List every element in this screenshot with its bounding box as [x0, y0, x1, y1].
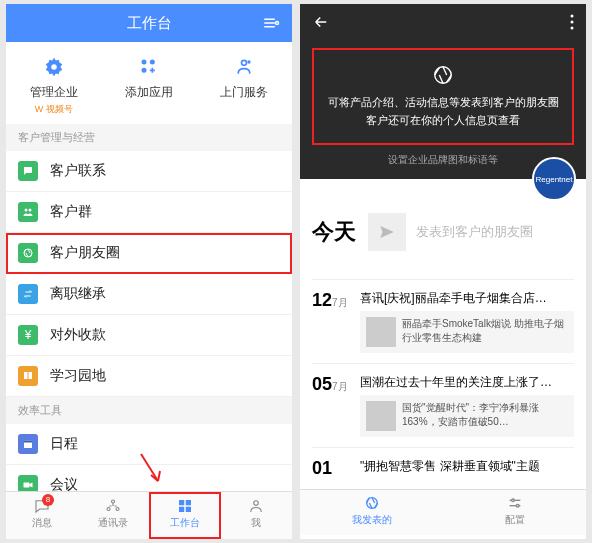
person-icon: [221, 496, 293, 516]
gear-icon: [43, 56, 65, 78]
svg-point-18: [116, 508, 119, 511]
feed-item[interactable]: 01 "拥抱智慧零售 深耕垂直领域"主题: [312, 447, 574, 489]
grid-icon: [149, 496, 221, 516]
svg-point-17: [107, 508, 110, 511]
contacts-icon: [78, 496, 150, 516]
list-item-label: 日程: [50, 435, 78, 453]
bottom-nav: 我发表的 配置: [300, 489, 586, 535]
feed-date: 127月: [312, 290, 360, 353]
promo-line2: 客户还可在你的个人信息页查看: [324, 112, 562, 130]
list-item-label: 离职继承: [50, 285, 106, 303]
nav-contacts[interactable]: 通讯录: [78, 492, 150, 539]
promo-box: 可将产品介绍、活动信息等发表到客户的朋友圈 客户还可在你的个人信息页查看: [312, 48, 574, 145]
section-label: 客户管理与经营: [6, 124, 292, 151]
svg-point-26: [571, 27, 574, 30]
svg-rect-19: [179, 500, 184, 505]
apps-icon: [138, 56, 160, 78]
nav-posted[interactable]: 我发表的: [300, 490, 443, 535]
feed-date: 057月: [312, 374, 360, 437]
back-icon[interactable]: [312, 13, 330, 31]
article-thumb: [366, 317, 396, 347]
svg-point-4: [51, 64, 57, 70]
dark-header: 可将产品介绍、活动信息等发表到客户的朋友圈 客户还可在你的个人信息页查看 设置企…: [300, 4, 586, 179]
feed: 今天 发表到客户的朋友圈 127月 喜讯[庆祝]丽晶牵手电子烟集合店… 丽晶牵手…: [300, 179, 586, 489]
article-thumb: [366, 401, 396, 431]
list-item-group[interactable]: 客户群: [6, 192, 292, 233]
nav-label: 工作台: [149, 516, 221, 530]
list-item-handover[interactable]: 离职继承: [6, 274, 292, 315]
money-icon: ¥: [18, 325, 38, 345]
nav-messages[interactable]: 8 消息: [6, 492, 78, 539]
section-label: 效率工具: [6, 397, 292, 424]
nav-label: 我发表的: [300, 513, 443, 527]
top-action-manage[interactable]: 管理企业 W 视频号: [6, 56, 100, 116]
calendar-icon: [18, 434, 38, 454]
header-title: 工作台: [127, 14, 172, 33]
svg-rect-15: [24, 483, 30, 488]
svg-point-27: [435, 67, 452, 84]
video-icon: [18, 475, 38, 491]
feed-date: 01: [312, 458, 360, 479]
svg-rect-22: [186, 507, 191, 512]
list-item-payment[interactable]: ¥ 对外收款: [6, 315, 292, 356]
book-icon: [18, 366, 38, 386]
svg-point-10: [25, 209, 28, 212]
feed-title: 喜讯[庆祝]丽晶牵手电子烟集合店…: [360, 290, 574, 307]
sliders-icon: [443, 495, 586, 513]
compose-entry[interactable]: 今天 发表到客户的朋友圈: [312, 213, 574, 251]
top-action-add[interactable]: 添加应用: [102, 56, 196, 116]
feed-item[interactable]: 057月 国潮在过去十年里的关注度上涨了… 国货"觉醒时代"：李宁净利暴涨163…: [312, 363, 574, 447]
feed-title: "拥抱智慧零售 深耕垂直领域"主题: [360, 458, 574, 475]
compose-icon: [368, 213, 406, 251]
top-action-service[interactable]: 上门服务: [197, 56, 291, 116]
svg-rect-20: [186, 500, 191, 505]
list-item-label: 对外收款: [50, 326, 106, 344]
avatar[interactable]: Regentnet: [532, 157, 576, 201]
nav-label: 通讯录: [78, 516, 150, 530]
svg-point-11: [29, 209, 32, 212]
list-item-moments[interactable]: 客户朋友圈: [6, 233, 292, 274]
chat-icon: [18, 161, 38, 181]
more-icon[interactable]: [570, 14, 574, 30]
service-icon: [233, 56, 255, 78]
bottom-nav: 8 消息 通讯录 工作台 我: [6, 491, 292, 539]
list-item-label: 客户联系: [50, 162, 106, 180]
top-action-label: 管理企业: [6, 84, 100, 101]
list-item-contact[interactable]: 客户联系: [6, 151, 292, 192]
header-action-icon[interactable]: [262, 14, 280, 32]
aperture-icon: [432, 64, 454, 86]
svg-point-32: [516, 505, 519, 508]
aperture-icon: [18, 243, 38, 263]
nav-me[interactable]: 我: [221, 492, 293, 539]
article-card[interactable]: 丽晶牵手SmokeTalk烟说 助推电子烟行业零售生态构建: [360, 311, 574, 353]
top-actions: 管理企业 W 视频号 添加应用 上门服务: [6, 42, 292, 124]
list-item-label: 会议: [50, 476, 78, 491]
list-item-label: 客户群: [50, 203, 92, 221]
svg-point-6: [150, 60, 155, 65]
nav-workbench[interactable]: 工作台: [149, 492, 221, 539]
list-item-learn[interactable]: 学习园地: [6, 356, 292, 397]
svg-point-24: [571, 15, 574, 18]
article-text: 国货"觉醒时代"：李宁净利暴涨163%，安踏市值破50…: [402, 401, 568, 431]
feed-item[interactable]: 127月 喜讯[庆祝]丽晶牵手电子烟集合店… 丽晶牵手SmokeTalk烟说 助…: [312, 279, 574, 363]
svg-point-9: [248, 60, 251, 63]
article-card[interactable]: 国货"觉醒时代"：李宁净利暴涨163%，安踏市值破50…: [360, 395, 574, 437]
svg-rect-21: [179, 507, 184, 512]
article-text: 丽晶牵手SmokeTalk烟说 助推电子烟行业零售生态构建: [402, 317, 568, 347]
compose-placeholder: 发表到客户的朋友圈: [416, 223, 533, 241]
svg-point-7: [141, 68, 146, 73]
top-action-label: 添加应用: [102, 84, 196, 101]
svg-point-8: [242, 60, 247, 65]
header: 工作台: [6, 4, 292, 42]
today-label: 今天: [312, 217, 356, 247]
list-item-label: 学习园地: [50, 367, 106, 385]
nav-config[interactable]: 配置: [443, 490, 586, 535]
svg-rect-14: [24, 441, 32, 443]
swap-icon: [18, 284, 38, 304]
list-item-label: 客户朋友圈: [50, 244, 120, 262]
svg-point-3: [276, 22, 279, 25]
svg-point-23: [254, 501, 259, 506]
aperture-icon: [300, 495, 443, 513]
feed-title: 国潮在过去十年里的关注度上涨了…: [360, 374, 574, 391]
nav-label: 我: [221, 516, 293, 530]
